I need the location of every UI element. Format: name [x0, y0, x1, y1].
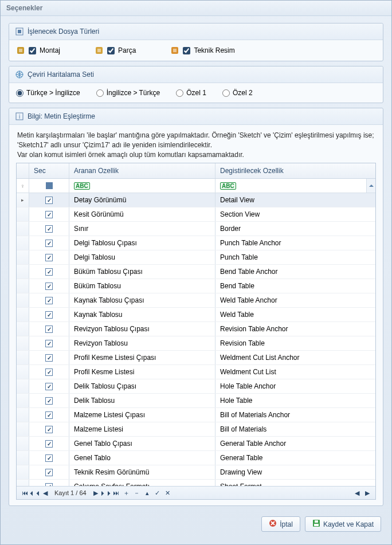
- nav-remove-button[interactable]: －: [132, 488, 142, 497]
- row-checkbox[interactable]: [45, 254, 53, 261]
- row-dst-cell[interactable]: Hole Table: [215, 394, 375, 407]
- row-src-cell[interactable]: Delik Tablosu: [69, 394, 215, 407]
- row-checkbox[interactable]: [45, 454, 53, 462]
- row-checkbox[interactable]: [45, 311, 53, 319]
- grid-col-src-header[interactable]: Aranan Ozellik: [69, 163, 215, 178]
- grid-body[interactable]: ▸Detay GörünümüDetail ViewKesit Görünümü…: [17, 193, 375, 486]
- mapping-radio[interactable]: [96, 89, 104, 97]
- filetype-checkbox[interactable]: [29, 47, 36, 54]
- table-row[interactable]: Delgi TablosuPunch Table: [17, 250, 375, 265]
- row-sec-cell[interactable]: [29, 250, 69, 264]
- row-dst-cell[interactable]: Bend Table Anchor: [215, 265, 375, 279]
- nav-scroll-left[interactable]: ◀: [352, 488, 362, 497]
- row-sec-cell[interactable]: [29, 336, 69, 350]
- row-dst-cell[interactable]: Section View: [215, 207, 375, 221]
- table-row[interactable]: Kaynak TablosuWeld Table: [17, 308, 375, 322]
- row-sec-cell[interactable]: [29, 308, 69, 321]
- mapping-option[interactable]: İngilizce > Türkçe: [96, 89, 160, 97]
- row-sec-cell[interactable]: [29, 365, 69, 379]
- mapping-radio[interactable]: [176, 89, 183, 97]
- row-src-cell[interactable]: Malzeme Listesi Çıpası: [69, 408, 215, 422]
- row-checkbox[interactable]: [45, 240, 53, 247]
- nav-prev-page-button[interactable]: ⏴⏴: [30, 488, 40, 497]
- table-row[interactable]: Delik Tablosu ÇıpasıHole Table Anchor: [17, 379, 375, 394]
- row-src-cell[interactable]: Profil Kesme Listesi Çıpası: [69, 351, 215, 364]
- table-row[interactable]: Revizyon Tablosu ÇıpasıRevision Table An…: [17, 322, 375, 336]
- row-sec-cell[interactable]: [29, 351, 69, 364]
- table-row[interactable]: Genel TabloGeneral Table: [17, 451, 375, 465]
- row-checkbox[interactable]: [45, 340, 53, 347]
- table-row[interactable]: ▸Detay GörünümüDetail View: [17, 193, 375, 207]
- table-row[interactable]: Profil Kesme ListesiWeldment Cut List: [17, 365, 375, 379]
- cancel-button[interactable]: İptal: [261, 516, 300, 532]
- row-checkbox[interactable]: [45, 383, 53, 390]
- nav-next-page-button[interactable]: ⏵⏵: [101, 488, 111, 497]
- table-row[interactable]: Malzeme ListesiBill of Materials: [17, 422, 375, 437]
- row-dst-cell[interactable]: Punch Table: [215, 250, 375, 264]
- row-sec-cell[interactable]: [29, 480, 69, 486]
- nav-add-button[interactable]: ＋: [122, 488, 131, 497]
- row-checkbox[interactable]: [45, 397, 53, 405]
- row-sec-cell[interactable]: [29, 465, 69, 479]
- row-sec-cell[interactable]: [29, 422, 69, 436]
- row-dst-cell[interactable]: General Table Anchor: [215, 437, 375, 450]
- nav-first-button[interactable]: ⏮: [20, 488, 29, 497]
- row-dst-cell[interactable]: Weldment Cut List Anchor: [215, 351, 375, 364]
- row-dst-cell[interactable]: Weld Table: [215, 308, 375, 321]
- row-src-cell[interactable]: Teknik Resim Görünümü: [69, 465, 215, 479]
- row-sec-cell[interactable]: [29, 322, 69, 336]
- row-dst-cell[interactable]: Detail View: [215, 193, 375, 207]
- row-sec-cell[interactable]: [29, 236, 69, 250]
- table-row[interactable]: Revizyon TablosuRevision Table: [17, 336, 375, 351]
- table-row[interactable]: Profil Kesme Listesi ÇıpasıWeldment Cut …: [17, 351, 375, 365]
- filetype-checkbox[interactable]: [107, 47, 115, 54]
- row-src-cell[interactable]: Büküm Tablosu Çıpası: [69, 265, 215, 279]
- row-sec-cell[interactable]: [29, 265, 69, 279]
- table-row[interactable]: Malzeme Listesi ÇıpasıBill of Materials …: [17, 408, 375, 422]
- row-checkbox[interactable]: [45, 297, 53, 304]
- nav-last-button[interactable]: ⏭: [112, 488, 121, 497]
- row-dst-cell[interactable]: Weld Table Anchor: [215, 293, 375, 307]
- nav-scroll-right[interactable]: ▶: [363, 488, 372, 497]
- filter-src-cell[interactable]: ABC: [69, 179, 215, 193]
- table-row[interactable]: Büküm TablosuBend Table: [17, 279, 375, 293]
- row-checkbox[interactable]: [45, 440, 53, 448]
- table-row[interactable]: SınırBorder: [17, 222, 375, 236]
- row-src-cell[interactable]: Genel Tablo Çıpası: [69, 437, 215, 450]
- mapping-option[interactable]: Türkçe > İngilizce: [16, 89, 80, 97]
- row-checkbox[interactable]: [45, 268, 53, 276]
- row-src-cell[interactable]: Kaynak Tablosu: [69, 308, 215, 321]
- table-row[interactable]: Genel Tablo ÇıpasıGeneral Table Anchor: [17, 437, 375, 451]
- table-row[interactable]: Kaynak Tablosu ÇıpasıWeld Table Anchor: [17, 293, 375, 308]
- scroll-up-button[interactable]: [366, 179, 375, 193]
- row-src-cell[interactable]: Kesit Görünümü: [69, 207, 215, 221]
- row-checkbox[interactable]: [45, 411, 53, 419]
- table-row[interactable]: Büküm Tablosu ÇıpasıBend Table Anchor: [17, 265, 375, 279]
- row-src-cell[interactable]: Profil Kesme Listesi: [69, 365, 215, 379]
- table-row[interactable]: Çalışma Sayfası FormatıSheet Format: [17, 480, 375, 486]
- row-checkbox[interactable]: [45, 225, 53, 233]
- row-src-cell[interactable]: Kaynak Tablosu Çıpası: [69, 293, 215, 307]
- row-src-cell[interactable]: Çalışma Sayfası Formatı: [69, 480, 215, 486]
- row-src-cell[interactable]: Genel Tablo: [69, 451, 215, 465]
- row-checkbox[interactable]: [45, 354, 53, 362]
- table-row[interactable]: Teknik Resim GörünümüDrawing View: [17, 465, 375, 480]
- row-dst-cell[interactable]: Punch Table Anchor: [215, 236, 375, 250]
- row-src-cell[interactable]: Delgi Tablosu: [69, 250, 215, 264]
- row-sec-cell[interactable]: [29, 437, 69, 450]
- nav-commit-button[interactable]: ✓: [153, 488, 162, 497]
- row-dst-cell[interactable]: Weldment Cut List: [215, 365, 375, 379]
- row-checkbox[interactable]: [45, 211, 53, 218]
- row-dst-cell[interactable]: Drawing View: [215, 465, 375, 479]
- row-src-cell[interactable]: Malzeme Listesi: [69, 422, 215, 436]
- row-src-cell[interactable]: Sınır: [69, 222, 215, 236]
- row-sec-cell[interactable]: [29, 207, 69, 221]
- filter-dst-cell[interactable]: ABC: [215, 179, 366, 193]
- grid-col-dst-header[interactable]: Degistirilecek Ozellik: [215, 163, 366, 178]
- row-checkbox[interactable]: [45, 368, 53, 376]
- row-dst-cell[interactable]: Bill of Materials Anchor: [215, 408, 375, 422]
- row-src-cell[interactable]: Revizyon Tablosu Çıpası: [69, 322, 215, 336]
- row-sec-cell[interactable]: [29, 293, 69, 307]
- row-checkbox[interactable]: [45, 197, 53, 204]
- save-close-button[interactable]: Kaydet ve Kapat: [305, 516, 381, 532]
